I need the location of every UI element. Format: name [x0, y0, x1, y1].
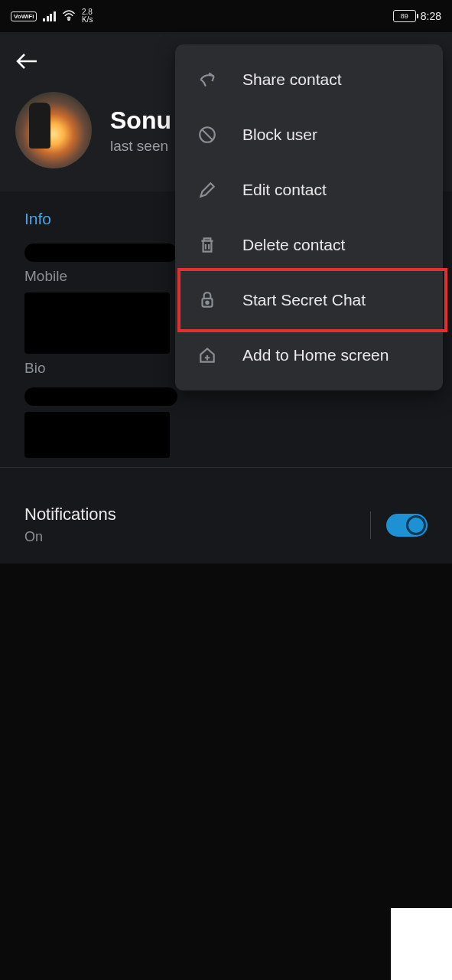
contact-name: Sonu	[110, 106, 171, 135]
share-icon	[197, 69, 218, 90]
signal-icon	[43, 11, 56, 21]
redacted-phone	[24, 243, 177, 262]
edit-icon	[197, 179, 218, 201]
menu-add-home-screen[interactable]: Add to Home screen	[175, 328, 443, 383]
separator	[370, 511, 371, 539]
watermark-box	[391, 908, 452, 980]
menu-edit-contact[interactable]: Edit contact	[175, 162, 443, 217]
home-plus-icon	[197, 345, 218, 366]
trash-icon	[197, 234, 218, 256]
notifications-status: On	[24, 529, 116, 545]
menu-block-user[interactable]: Block user	[175, 107, 443, 162]
redacted-bio2	[24, 412, 170, 458]
block-icon	[197, 124, 218, 145]
avatar[interactable]	[15, 92, 92, 168]
status-bar: VoWiFi 2.8 K/s 89 8:28	[0, 0, 452, 32]
menu-share-contact[interactable]: Share contact	[175, 52, 443, 107]
clock: 8:28	[421, 10, 441, 22]
notifications-toggle[interactable]	[386, 514, 428, 537]
wifi-icon	[62, 10, 76, 23]
menu-delete-contact[interactable]: Delete contact	[175, 217, 443, 273]
network-speed: 2.8 K/s	[82, 8, 93, 24]
svg-point-0	[68, 18, 70, 20]
menu-label: Delete contact	[242, 236, 345, 254]
menu-start-secret-chat[interactable]: Start Secret Chat	[175, 273, 443, 328]
lock-icon	[197, 289, 218, 311]
status-right: 89 8:28	[393, 10, 441, 22]
status-left: VoWiFi 2.8 K/s	[11, 8, 93, 24]
menu-label: Add to Home screen	[242, 346, 389, 364]
battery-icon: 89	[393, 10, 416, 22]
divider	[0, 467, 452, 468]
context-menu: Share contact Block user Edit contact De…	[175, 44, 443, 390]
vowifi-icon: VoWiFi	[11, 11, 37, 21]
notifications-row[interactable]: Notifications On	[0, 491, 452, 564]
notifications-title: Notifications	[24, 505, 116, 524]
last-seen-label: last seen	[110, 138, 171, 155]
menu-label: Start Secret Chat	[242, 291, 366, 309]
menu-label: Edit contact	[242, 181, 327, 199]
menu-label: Share contact	[242, 70, 342, 89]
menu-label: Block user	[242, 126, 317, 144]
back-button[interactable]	[15, 46, 46, 77]
svg-point-3	[206, 302, 208, 304]
redacted-bio1	[24, 387, 177, 406]
redacted-block	[24, 292, 170, 354]
